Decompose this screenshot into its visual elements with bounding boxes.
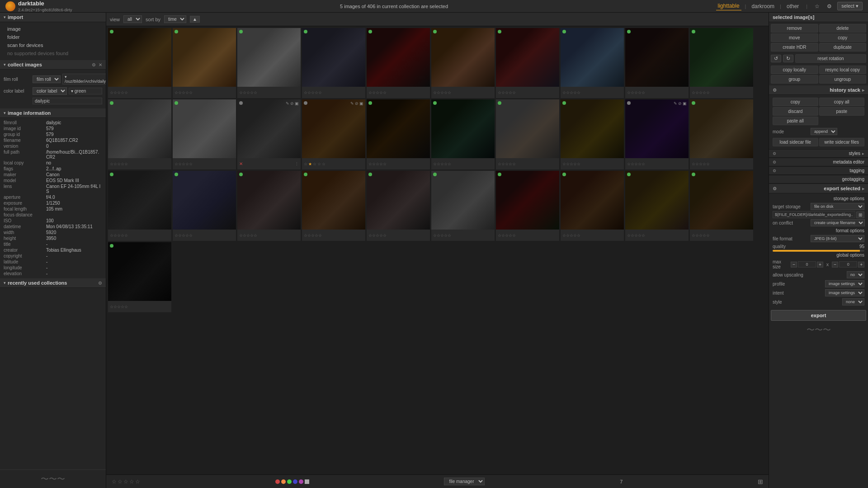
table-row[interactable]: ☆☆☆☆☆ — [561, 28, 624, 98]
history-copy-all-button[interactable]: copy all — [819, 98, 865, 106]
table-row[interactable]: ☆☆☆☆☆ — [690, 28, 753, 98]
table-row[interactable]: ☆☆☆☆☆ — [561, 99, 624, 169]
path-input[interactable] — [773, 211, 855, 218]
file-format-select[interactable]: JPEG (8-bit) — [811, 235, 864, 242]
delete-button[interactable]: delete — [819, 24, 867, 33]
write-sidecar-button[interactable]: write sidecar files — [819, 138, 865, 146]
max-size-h-plus-button[interactable]: + — [858, 262, 864, 267]
star-filter-5[interactable]: ☆ — [135, 479, 140, 485]
table-row[interactable]: ☆☆☆☆☆ — [173, 99, 236, 169]
table-row[interactable]: ☆☆☆☆☆ — [367, 28, 430, 98]
view-select[interactable]: all — [123, 15, 142, 23]
nav-other[interactable]: other — [785, 2, 801, 10]
collect-close-icon[interactable]: ✕ — [99, 62, 102, 67]
export-settings-icon[interactable]: ⚙ — [773, 186, 777, 191]
star-empty-1[interactable]: ☆ — [304, 162, 307, 166]
table-row[interactable]: ☆☆☆☆☆ — [108, 242, 171, 312]
table-row[interactable]: ☆☆☆☆☆ — [237, 28, 301, 98]
table-row[interactable]: ☆☆☆☆☆ — [302, 28, 365, 98]
duplicate-button[interactable]: duplicate — [819, 43, 867, 52]
group-button[interactable]: group — [771, 75, 818, 84]
table-row[interactable]: ✎ ⊘ ▣ ☆ ★ ☆ ☆ ☆ — [302, 99, 365, 169]
rotate-right-button[interactable]: ↻ — [783, 55, 793, 62]
color-dot-purple[interactable] — [299, 479, 303, 484]
move-button[interactable]: move — [771, 33, 818, 42]
color-dot-red[interactable] — [275, 479, 280, 484]
table-row[interactable]: ☆☆☆☆☆ — [108, 171, 171, 241]
star-empty-4[interactable]: ☆ — [317, 162, 321, 166]
import-folder-item[interactable]: folder — [0, 33, 106, 41]
table-row[interactable]: ☆☆☆☆☆ — [690, 171, 753, 241]
table-row[interactable]: ☆☆☆☆☆ — [108, 28, 171, 98]
max-size-width-input[interactable] — [798, 261, 816, 267]
table-row[interactable]: ✎ ⊘ ▣ ☆☆☆☆☆ — [625, 99, 689, 169]
gear-nav-icon[interactable]: ⚙ — [825, 2, 834, 10]
copy-button[interactable]: copy — [819, 33, 867, 42]
table-row[interactable]: ☆☆☆☆☆ — [431, 99, 495, 169]
geotagging-header[interactable]: geotagging — [769, 175, 868, 183]
metadata-header[interactable]: ⚙ metadata editor — [769, 158, 868, 166]
table-row[interactable]: ☆☆☆☆☆ — [302, 171, 365, 241]
history-discard-button[interactable]: discard — [773, 107, 818, 116]
star-filter-2[interactable]: ☆ — [118, 479, 123, 485]
nav-darkroom[interactable]: darkroom — [750, 2, 776, 10]
collect-filmroll-type-select[interactable]: film roll — [33, 75, 61, 83]
image-info-section-header[interactable]: ▾ image information — [0, 108, 106, 118]
color-dot-gray[interactable] — [305, 479, 309, 484]
star-filter-4[interactable]: ☆ — [129, 479, 134, 485]
reset-rotation-button[interactable]: reset rotation — [795, 54, 866, 63]
history-paste-button[interactable]: paste — [819, 107, 865, 116]
max-size-w-plus-button[interactable]: + — [817, 262, 823, 267]
select-button[interactable]: select ▾ — [837, 2, 863, 10]
target-storage-select[interactable]: file on disk — [811, 203, 864, 210]
recently-gear-icon[interactable]: ⚙ — [98, 281, 102, 286]
table-row[interactable]: ☆☆☆☆☆ — [237, 171, 301, 241]
collect-gear-icon[interactable]: ⚙ — [92, 62, 96, 67]
resync-local-copy-button[interactable]: resync local copy — [819, 66, 867, 74]
ungroup-button[interactable]: ungroup — [819, 75, 867, 84]
styles-header[interactable]: ⚙ styles ▸ — [769, 149, 868, 158]
tagging-settings-icon[interactable]: ⚙ — [773, 169, 776, 173]
create-hdr-button[interactable]: create HDR — [771, 43, 818, 52]
import-section-header[interactable]: ▾ import — [0, 13, 106, 22]
profile-select[interactable]: image settings — [825, 280, 864, 287]
table-row[interactable]: ☆☆☆☆☆ — [496, 28, 559, 98]
styles-settings-icon[interactable]: ⚙ — [773, 151, 776, 156]
star-filter-3[interactable]: ☆ — [123, 479, 128, 485]
mode-select[interactable]: append — [811, 128, 837, 135]
table-row[interactable]: ☆☆☆☆☆ — [625, 171, 689, 241]
load-sidecar-button[interactable]: load sidecar file — [773, 138, 818, 146]
rotate-left-button[interactable]: ↺ — [771, 55, 781, 62]
on-conflict-select[interactable]: create unique filename — [811, 219, 865, 226]
collect-colorlabel-type-select[interactable]: color label — [33, 87, 67, 95]
star-filter-1[interactable]: ☆ — [112, 479, 117, 485]
table-row[interactable]: ☆☆☆☆☆ — [367, 171, 430, 241]
star-empty-3[interactable]: ☆ — [313, 162, 316, 166]
metadata-settings-icon[interactable]: ⚙ — [773, 160, 776, 164]
history-copy-button[interactable]: copy — [773, 98, 818, 106]
sort-direction-button[interactable]: ▲ — [190, 16, 200, 23]
tagging-header[interactable]: ⚙ tagging — [769, 166, 868, 175]
recently-section-header[interactable]: ▾ recently used collections ⚙ — [0, 278, 106, 288]
table-row[interactable]: ☆☆☆☆☆ — [625, 28, 689, 98]
table-row[interactable]: ☆☆☆☆☆ — [173, 171, 236, 241]
color-dot-orange[interactable] — [281, 479, 286, 484]
table-row[interactable]: ✎ ⊘ ▣ ✕ ⋮ — [237, 99, 301, 169]
export-button[interactable]: export — [771, 310, 866, 321]
table-row[interactable]: ☆☆☆☆☆ — [431, 171, 495, 241]
max-size-h-minus-button[interactable]: − — [832, 262, 838, 267]
table-row[interactable]: ☆☆☆☆☆ — [431, 28, 495, 98]
color-dot-green[interactable] — [287, 479, 292, 484]
table-row[interactable]: ☆☆☆☆☆ — [561, 171, 624, 241]
history-settings-icon[interactable]: ⚙ — [773, 88, 777, 93]
path-browse-button[interactable]: ⊞ — [856, 211, 864, 218]
star-filled[interactable]: ★ — [308, 162, 312, 166]
table-row[interactable]: ☆☆☆☆☆ — [496, 171, 559, 241]
table-row[interactable]: ☆☆☆☆☆ — [108, 99, 171, 169]
copy-locally-button[interactable]: copy locally — [771, 66, 818, 74]
history-paste-all-button[interactable]: paste all — [773, 117, 818, 125]
table-row[interactable]: ☆☆☆☆☆ — [173, 28, 236, 98]
table-row[interactable]: ☆☆☆☆☆ — [496, 99, 559, 169]
import-scan-item[interactable]: scan for devices — [0, 41, 106, 49]
intent-select[interactable]: image settings — [825, 289, 864, 296]
